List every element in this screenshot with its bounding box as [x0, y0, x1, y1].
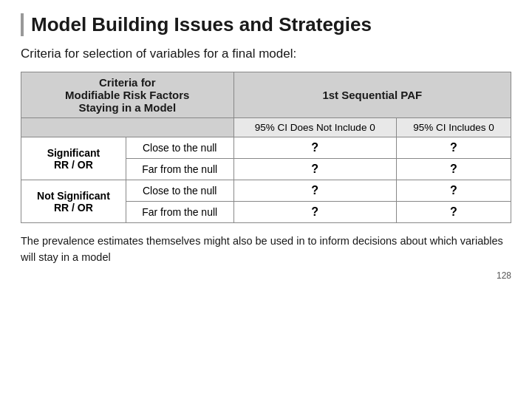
seq-paf-header: 1st Sequential PAF	[233, 72, 511, 118]
table-row: Significant RR / OR Close to the null ? …	[21, 137, 511, 159]
col2-subheader: 95% CI Includes 0	[396, 118, 511, 137]
sig-close-label: Close to the null	[126, 137, 233, 159]
notsig-far-val2: ?	[396, 202, 511, 223]
notsig-rr-label: Not Significant RR / OR	[21, 180, 126, 223]
page-number: 128	[21, 270, 511, 281]
sig-rr-label: Significant RR / OR	[21, 137, 126, 180]
sig-far-val2: ?	[396, 159, 511, 180]
criteria-spacer	[21, 118, 234, 137]
table-row: Not Significant RR / OR Close to the nul…	[21, 180, 511, 202]
notsig-far-label: Far from the null	[126, 202, 233, 223]
criteria-header: Criteria forModifiable Risk FactorsStayi…	[21, 72, 234, 118]
main-table: Criteria forModifiable Risk FactorsStayi…	[21, 72, 511, 223]
subtitle: Criteria for selection of variables for …	[21, 47, 511, 61]
footer-text: The prevalence estimates themselves migh…	[21, 233, 511, 266]
sig-far-label: Far from the null	[126, 159, 233, 180]
notsig-far-val1: ?	[233, 202, 396, 223]
sig-far-val1: ?	[233, 159, 396, 180]
notsig-close-val2: ?	[396, 180, 511, 202]
sig-close-val1: ?	[233, 137, 396, 159]
page-title: Model Building Issues and Strategies	[21, 13, 511, 36]
notsig-close-val1: ?	[233, 180, 396, 202]
sig-close-val2: ?	[396, 137, 511, 159]
notsig-close-label: Close to the null	[126, 180, 233, 202]
col1-subheader: 95% CI Does Not Include 0	[233, 118, 396, 137]
